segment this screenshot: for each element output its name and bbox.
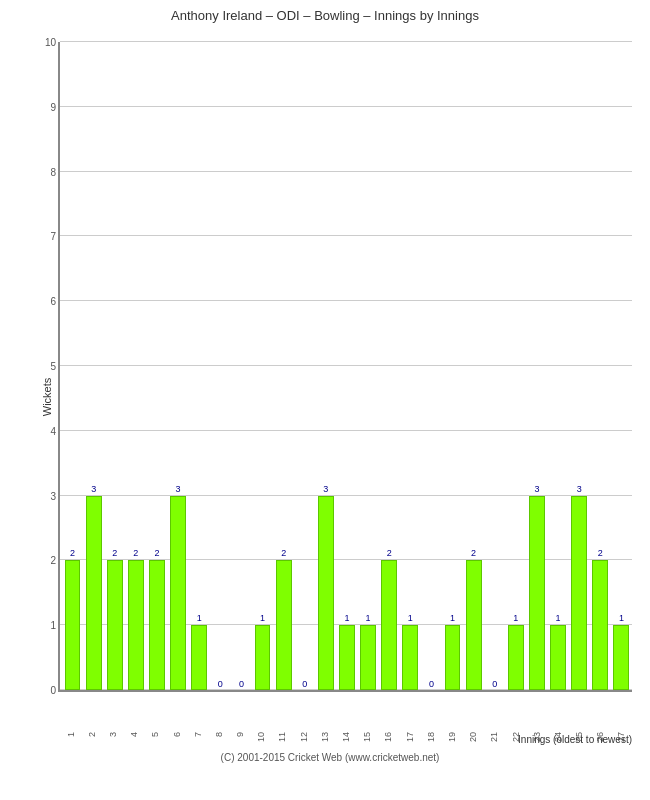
y-tick-label: 4 — [34, 426, 56, 437]
bar-value-label: 1 — [619, 613, 624, 623]
bar-group: 1 — [442, 42, 463, 690]
bar: 2 — [466, 560, 482, 690]
bar-value-label: 0 — [239, 679, 244, 689]
x-axis-label: Innings (oldest to newest) — [518, 734, 632, 745]
copyright: (C) 2001-2015 Cricket Web (www.cricketwe… — [20, 752, 640, 763]
bar-value-label: 1 — [260, 613, 265, 623]
y-tick-label: 10 — [34, 37, 56, 48]
x-tick-label: 17 — [405, 732, 415, 742]
x-tick-label: 15 — [362, 732, 372, 742]
bar-value-label: 0 — [302, 679, 307, 689]
bar-value-label: 0 — [492, 679, 497, 689]
bar: 2 — [276, 560, 292, 690]
x-tick-label: 11 — [277, 732, 287, 742]
bar: 1 — [339, 625, 355, 690]
bar: 3 — [318, 496, 334, 690]
bar-group: 3 — [315, 42, 336, 690]
bar: 2 — [65, 560, 81, 690]
bar-group: 0 — [231, 42, 252, 690]
bar: 2 — [592, 560, 608, 690]
x-label-cell: 15 — [357, 730, 378, 742]
y-tick-label: 1 — [34, 620, 56, 631]
bar-group: 1 — [611, 42, 632, 690]
bar-value-label: 3 — [176, 484, 181, 494]
bar: 1 — [360, 625, 376, 690]
x-tick-label: 10 — [256, 732, 266, 742]
x-tick-label: 1 — [66, 732, 76, 737]
y-tick-label: 2 — [34, 555, 56, 566]
x-label-cell: 17 — [399, 730, 420, 742]
x-tick-label: 21 — [489, 732, 499, 742]
bar-group: 2 — [590, 42, 611, 690]
bar-group: 2 — [463, 42, 484, 690]
x-label-cell: 11 — [272, 730, 293, 742]
bar: 3 — [529, 496, 545, 690]
bar: 1 — [508, 625, 524, 690]
chart-container: Anthony Ireland – ODI – Bowling – Inning… — [0, 0, 650, 800]
x-tick-label: 9 — [235, 732, 245, 737]
y-tick-label: 7 — [34, 231, 56, 242]
bar-value-label: 3 — [323, 484, 328, 494]
x-label-cell: 16 — [378, 730, 399, 742]
bar: 1 — [191, 625, 207, 690]
x-tick-label: 4 — [129, 732, 139, 737]
x-label-cell: 4 — [124, 730, 145, 742]
x-tick-label: 19 — [447, 732, 457, 742]
x-tick-label: 5 — [150, 732, 160, 737]
bar-group: 2 — [146, 42, 167, 690]
bar: 3 — [170, 496, 186, 690]
plot-area: 012345678910 232223100120311210120131321… — [58, 42, 632, 692]
bar-value-label: 1 — [450, 613, 455, 623]
bar-group: 2 — [62, 42, 83, 690]
x-label-cell: 13 — [314, 730, 335, 742]
chart-title: Anthony Ireland – ODI – Bowling – Inning… — [171, 8, 479, 23]
x-label-cell: 3 — [102, 730, 123, 742]
bar-value-label: 3 — [577, 484, 582, 494]
y-tick-label: 9 — [34, 102, 56, 113]
bar: 3 — [571, 496, 587, 690]
bar: 1 — [255, 625, 271, 690]
bar-value-label: 2 — [70, 548, 75, 558]
bar-group: 2 — [104, 42, 125, 690]
bar: 1 — [550, 625, 566, 690]
x-label-cell: 6 — [166, 730, 187, 742]
bar-group: 0 — [421, 42, 442, 690]
bar-value-label: 0 — [429, 679, 434, 689]
y-tick-label: 6 — [34, 296, 56, 307]
x-tick-label: 18 — [426, 732, 436, 742]
bar-group: 1 — [336, 42, 357, 690]
bar-group: 1 — [505, 42, 526, 690]
bar-group: 3 — [569, 42, 590, 690]
bar-group: 0 — [210, 42, 231, 690]
bar-group: 2 — [379, 42, 400, 690]
x-tick-label: 8 — [214, 732, 224, 737]
y-tick-label: 0 — [34, 685, 56, 696]
bar-value-label: 2 — [154, 548, 159, 558]
bar-group: 1 — [548, 42, 569, 690]
bar-value-label: 1 — [197, 613, 202, 623]
bar-group: 1 — [252, 42, 273, 690]
x-tick-label: 20 — [468, 732, 478, 742]
x-label-cell: 19 — [441, 730, 462, 742]
bar: 2 — [149, 560, 165, 690]
bar-value-label: 1 — [408, 613, 413, 623]
bar: 1 — [445, 625, 461, 690]
x-label-cell: 5 — [145, 730, 166, 742]
x-label-cell: 21 — [484, 730, 505, 742]
y-tick-label: 5 — [34, 361, 56, 372]
bar-value-label: 3 — [91, 484, 96, 494]
x-label-cell: 18 — [420, 730, 441, 742]
x-label-cell: 20 — [463, 730, 484, 742]
x-label-cell: 12 — [293, 730, 314, 742]
bar-value-label: 2 — [112, 548, 117, 558]
x-tick-label: 6 — [172, 732, 182, 737]
bar: 1 — [402, 625, 418, 690]
bar-group: 0 — [484, 42, 505, 690]
x-label-cell: 10 — [251, 730, 272, 742]
y-tick-label: 8 — [34, 167, 56, 178]
x-tick-label: 3 — [108, 732, 118, 737]
x-tick-label: 12 — [299, 732, 309, 742]
bar-group: 0 — [294, 42, 315, 690]
bar: 3 — [86, 496, 102, 690]
x-label-cell: 9 — [230, 730, 251, 742]
